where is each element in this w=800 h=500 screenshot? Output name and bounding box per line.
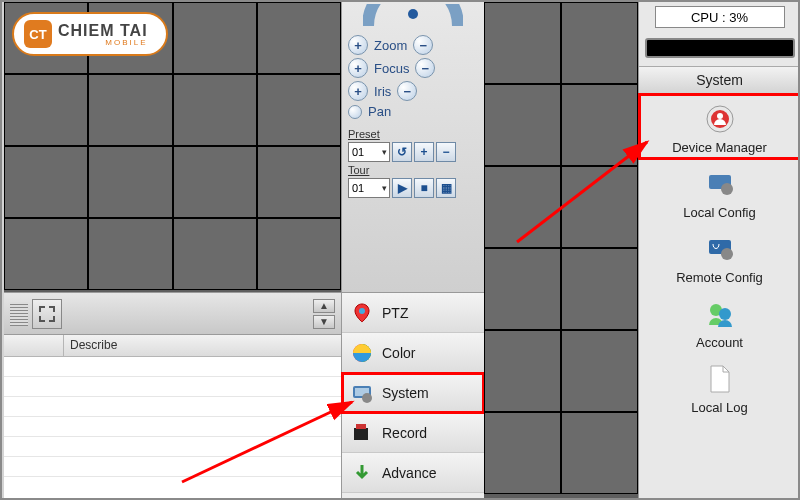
tour-grid-button[interactable]: ▦: [436, 178, 456, 198]
status-bar: [645, 38, 795, 58]
zoom-in-button[interactable]: +: [348, 35, 368, 55]
tour-select[interactable]: 01: [348, 178, 390, 198]
scroll-down-button[interactable]: ▼: [313, 315, 335, 329]
iris-out-button[interactable]: −: [397, 81, 417, 101]
scroll-up-button[interactable]: ▲: [313, 299, 335, 313]
logo-mark: CT: [24, 20, 52, 48]
fullscreen-button[interactable]: [32, 299, 62, 329]
annotation-arrow-system: [172, 392, 372, 492]
local-log-button[interactable]: Local Log: [639, 354, 801, 419]
svg-point-10: [717, 113, 723, 119]
svg-point-1: [359, 308, 365, 314]
preset-goto-button[interactable]: ↺: [392, 142, 412, 162]
bottom-toolbar: ▲ ▼: [4, 292, 341, 334]
account-icon: [703, 297, 737, 331]
svg-point-14: [721, 248, 733, 260]
tour-play-button[interactable]: ▶: [392, 178, 412, 198]
menu-advance-label: Advance: [382, 465, 436, 481]
svg-line-7: [182, 402, 352, 482]
color-icon: [350, 341, 374, 365]
focus-out-button[interactable]: −: [415, 58, 435, 78]
svg-point-0: [408, 9, 418, 19]
svg-point-12: [721, 183, 733, 195]
iris-label: Iris: [374, 84, 391, 99]
account-label: Account: [696, 335, 743, 350]
grip-icon: [10, 302, 28, 326]
tour-stop-button[interactable]: ■: [414, 178, 434, 198]
ptz-dial[interactable]: [363, 4, 463, 28]
local-log-label: Local Log: [691, 400, 747, 415]
account-button[interactable]: Account: [639, 289, 801, 354]
preset-title: Preset: [348, 128, 478, 140]
menu-color-label: Color: [382, 345, 415, 361]
local-log-icon: [703, 362, 737, 396]
menu-color[interactable]: Color: [342, 333, 484, 373]
focus-in-button[interactable]: +: [348, 58, 368, 78]
cpu-status: CPU : 3%: [655, 6, 785, 28]
menu-ptz[interactable]: PTZ: [342, 293, 484, 333]
svg-line-17: [517, 142, 647, 242]
zoom-out-button[interactable]: −: [413, 35, 433, 55]
local-config-icon: [703, 167, 737, 201]
brand-logo: CT CHIEM TAI MOBILE: [12, 12, 168, 56]
menu-ptz-label: PTZ: [382, 305, 408, 321]
pan-label: Pan: [368, 104, 391, 119]
system-section-header: System: [639, 66, 801, 94]
device-manager-icon: [703, 102, 737, 136]
tour-title: Tour: [348, 164, 478, 176]
device-manager-label: Device Manager: [672, 140, 767, 155]
focus-label: Focus: [374, 61, 409, 76]
annotation-arrow-device-manager: [507, 132, 667, 252]
menu-record-label: Record: [382, 425, 427, 441]
ptz-icon: [350, 301, 374, 325]
remote-config-label: Remote Config: [676, 270, 763, 285]
zoom-label: Zoom: [374, 38, 407, 53]
menu-system-label: System: [382, 385, 429, 401]
pan-dot-icon[interactable]: [348, 105, 362, 119]
iris-in-button[interactable]: +: [348, 81, 368, 101]
logo-subtext: MOBILE: [58, 38, 148, 47]
col-index[interactable]: [4, 335, 64, 356]
ptz-panel: + Zoom − + Focus − + Iris − Pan Preset: [341, 2, 484, 292]
local-config-label: Local Config: [683, 205, 755, 220]
svg-point-16: [719, 308, 731, 320]
remote-config-icon: [703, 232, 737, 266]
preset-del-button[interactable]: −: [436, 142, 456, 162]
preset-add-button[interactable]: +: [414, 142, 434, 162]
preset-select[interactable]: 01: [348, 142, 390, 162]
